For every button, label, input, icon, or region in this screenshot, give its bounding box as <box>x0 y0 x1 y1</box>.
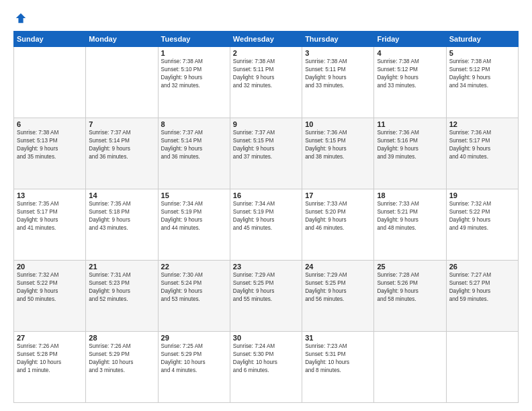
calendar-cell: 27Sunrise: 7:26 AM Sunset: 5:28 PM Dayli… <box>14 332 86 403</box>
calendar-cell: 9Sunrise: 7:37 AM Sunset: 5:15 PM Daylig… <box>230 118 302 189</box>
calendar-cell: 25Sunrise: 7:28 AM Sunset: 5:26 PM Dayli… <box>374 261 446 332</box>
day-number: 5 <box>449 49 515 57</box>
day-number: 3 <box>305 49 371 57</box>
day-info: Sunrise: 7:36 AM Sunset: 5:15 PM Dayligh… <box>305 129 371 161</box>
day-info: Sunrise: 7:38 AM Sunset: 5:10 PM Dayligh… <box>161 58 227 90</box>
calendar-cell: 28Sunrise: 7:26 AM Sunset: 5:29 PM Dayli… <box>86 332 158 403</box>
calendar-cell: 4Sunrise: 7:38 AM Sunset: 5:12 PM Daylig… <box>374 47 446 118</box>
calendar-cell: 19Sunrise: 7:32 AM Sunset: 5:22 PM Dayli… <box>446 189 518 261</box>
day-info: Sunrise: 7:35 AM Sunset: 5:18 PM Dayligh… <box>89 200 154 232</box>
calendar-table: SundayMondayTuesdayWednesdayThursdayFrid… <box>13 31 519 403</box>
day-info: Sunrise: 7:33 AM Sunset: 5:21 PM Dayligh… <box>377 200 443 232</box>
page: SundayMondayTuesdayWednesdayThursdayFrid… <box>0 0 532 411</box>
day-number: 16 <box>233 191 299 199</box>
day-info: Sunrise: 7:26 AM Sunset: 5:29 PM Dayligh… <box>89 342 154 375</box>
day-info: Sunrise: 7:37 AM Sunset: 5:14 PM Dayligh… <box>161 129 227 161</box>
calendar-week-row: 27Sunrise: 7:26 AM Sunset: 5:28 PM Dayli… <box>14 332 519 403</box>
day-info: Sunrise: 7:29 AM Sunset: 5:25 PM Dayligh… <box>305 271 371 304</box>
calendar-cell: 23Sunrise: 7:29 AM Sunset: 5:25 PM Dayli… <box>230 261 302 332</box>
day-info: Sunrise: 7:28 AM Sunset: 5:26 PM Dayligh… <box>377 271 443 304</box>
day-info: Sunrise: 7:30 AM Sunset: 5:24 PM Dayligh… <box>161 271 227 304</box>
day-info: Sunrise: 7:35 AM Sunset: 5:17 PM Dayligh… <box>17 200 83 232</box>
day-number: 22 <box>161 263 227 271</box>
day-number: 14 <box>89 191 154 199</box>
calendar-cell: 14Sunrise: 7:35 AM Sunset: 5:18 PM Dayli… <box>86 189 158 261</box>
day-number: 28 <box>89 334 154 342</box>
logo-text <box>13 12 27 24</box>
day-info: Sunrise: 7:36 AM Sunset: 5:16 PM Dayligh… <box>377 129 443 161</box>
calendar-cell: 2Sunrise: 7:38 AM Sunset: 5:11 PM Daylig… <box>230 47 302 118</box>
calendar-cell <box>446 332 518 403</box>
weekday-header-wednesday: Wednesday <box>230 32 302 47</box>
weekday-header-saturday: Saturday <box>446 32 518 47</box>
day-info: Sunrise: 7:33 AM Sunset: 5:20 PM Dayligh… <box>305 200 371 232</box>
calendar-cell: 15Sunrise: 7:34 AM Sunset: 5:19 PM Dayli… <box>158 189 230 261</box>
calendar-cell: 13Sunrise: 7:35 AM Sunset: 5:17 PM Dayli… <box>14 189 86 261</box>
calendar-cell <box>374 332 446 403</box>
calendar-cell: 3Sunrise: 7:38 AM Sunset: 5:11 PM Daylig… <box>302 47 374 118</box>
calendar-cell: 26Sunrise: 7:27 AM Sunset: 5:27 PM Dayli… <box>446 261 518 332</box>
calendar-cell: 10Sunrise: 7:36 AM Sunset: 5:15 PM Dayli… <box>302 118 374 189</box>
calendar-cell: 21Sunrise: 7:31 AM Sunset: 5:23 PM Dayli… <box>86 261 158 332</box>
calendar-cell <box>14 47 86 118</box>
day-number: 7 <box>89 120 154 128</box>
calendar-cell: 29Sunrise: 7:25 AM Sunset: 5:29 PM Dayli… <box>158 332 230 403</box>
day-number: 27 <box>17 334 83 342</box>
day-number: 1 <box>161 49 227 57</box>
calendar-cell: 11Sunrise: 7:36 AM Sunset: 5:16 PM Dayli… <box>374 118 446 189</box>
day-info: Sunrise: 7:38 AM Sunset: 5:12 PM Dayligh… <box>377 58 443 90</box>
day-number: 18 <box>377 191 443 199</box>
day-info: Sunrise: 7:32 AM Sunset: 5:22 PM Dayligh… <box>17 271 83 304</box>
day-info: Sunrise: 7:34 AM Sunset: 5:19 PM Dayligh… <box>233 200 299 232</box>
day-info: Sunrise: 7:38 AM Sunset: 5:11 PM Dayligh… <box>233 58 299 90</box>
calendar-cell: 30Sunrise: 7:24 AM Sunset: 5:30 PM Dayli… <box>230 332 302 403</box>
calendar-cell: 16Sunrise: 7:34 AM Sunset: 5:19 PM Dayli… <box>230 189 302 261</box>
calendar-week-row: 20Sunrise: 7:32 AM Sunset: 5:22 PM Dayli… <box>14 261 519 332</box>
calendar-week-row: 6Sunrise: 7:38 AM Sunset: 5:13 PM Daylig… <box>14 118 519 189</box>
day-info: Sunrise: 7:27 AM Sunset: 5:27 PM Dayligh… <box>449 271 515 304</box>
day-info: Sunrise: 7:38 AM Sunset: 5:11 PM Dayligh… <box>305 58 371 90</box>
weekday-header-monday: Monday <box>86 32 158 47</box>
header <box>13 12 519 24</box>
calendar-cell: 5Sunrise: 7:38 AM Sunset: 5:12 PM Daylig… <box>446 47 518 118</box>
calendar-week-row: 1Sunrise: 7:38 AM Sunset: 5:10 PM Daylig… <box>14 47 519 118</box>
day-info: Sunrise: 7:34 AM Sunset: 5:19 PM Dayligh… <box>161 200 227 232</box>
day-number: 26 <box>449 263 515 271</box>
calendar-cell: 18Sunrise: 7:33 AM Sunset: 5:21 PM Dayli… <box>374 189 446 261</box>
calendar-cell <box>86 47 158 118</box>
calendar-week-row: 13Sunrise: 7:35 AM Sunset: 5:17 PM Dayli… <box>14 189 519 261</box>
weekday-header-thursday: Thursday <box>302 32 374 47</box>
day-info: Sunrise: 7:29 AM Sunset: 5:25 PM Dayligh… <box>233 271 299 304</box>
day-info: Sunrise: 7:36 AM Sunset: 5:17 PM Dayligh… <box>449 129 515 161</box>
logo-icon <box>15 12 27 24</box>
day-number: 2 <box>233 49 299 57</box>
day-number: 11 <box>377 120 443 128</box>
calendar-cell: 17Sunrise: 7:33 AM Sunset: 5:20 PM Dayli… <box>302 189 374 261</box>
calendar-cell: 12Sunrise: 7:36 AM Sunset: 5:17 PM Dayli… <box>446 118 518 189</box>
weekday-header-row: SundayMondayTuesdayWednesdayThursdayFrid… <box>14 32 519 47</box>
day-number: 31 <box>305 334 371 342</box>
day-number: 4 <box>377 49 443 57</box>
day-number: 30 <box>233 334 299 342</box>
calendar-cell: 8Sunrise: 7:37 AM Sunset: 5:14 PM Daylig… <box>158 118 230 189</box>
day-info: Sunrise: 7:31 AM Sunset: 5:23 PM Dayligh… <box>89 271 154 304</box>
calendar-cell: 7Sunrise: 7:37 AM Sunset: 5:14 PM Daylig… <box>86 118 158 189</box>
day-number: 6 <box>17 120 83 128</box>
weekday-header-tuesday: Tuesday <box>158 32 230 47</box>
calendar-cell: 1Sunrise: 7:38 AM Sunset: 5:10 PM Daylig… <box>158 47 230 118</box>
day-info: Sunrise: 7:37 AM Sunset: 5:14 PM Dayligh… <box>89 129 154 161</box>
logo <box>13 12 27 24</box>
day-number: 12 <box>449 120 515 128</box>
day-number: 19 <box>449 191 515 199</box>
day-number: 24 <box>305 263 371 271</box>
weekday-header-friday: Friday <box>374 32 446 47</box>
calendar-cell: 6Sunrise: 7:38 AM Sunset: 5:13 PM Daylig… <box>14 118 86 189</box>
day-number: 20 <box>17 263 83 271</box>
calendar-cell: 22Sunrise: 7:30 AM Sunset: 5:24 PM Dayli… <box>158 261 230 332</box>
day-info: Sunrise: 7:37 AM Sunset: 5:15 PM Dayligh… <box>233 129 299 161</box>
calendar-cell: 24Sunrise: 7:29 AM Sunset: 5:25 PM Dayli… <box>302 261 374 332</box>
day-info: Sunrise: 7:32 AM Sunset: 5:22 PM Dayligh… <box>449 200 515 232</box>
day-info: Sunrise: 7:25 AM Sunset: 5:29 PM Dayligh… <box>161 342 227 375</box>
day-number: 8 <box>161 120 227 128</box>
calendar-cell: 20Sunrise: 7:32 AM Sunset: 5:22 PM Dayli… <box>14 261 86 332</box>
